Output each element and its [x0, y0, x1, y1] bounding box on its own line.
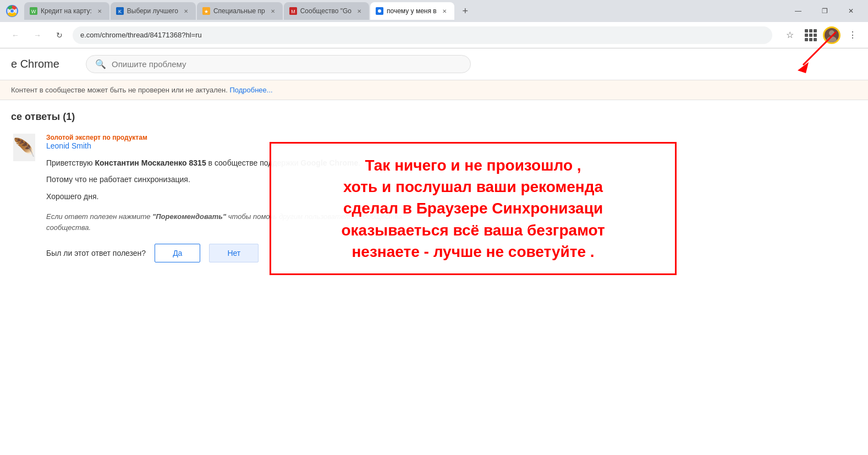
overlay-line1: Так ничего и не произошло ,: [365, 157, 581, 174]
svg-text:M: M: [291, 9, 295, 14]
address-bar: ← → ↻ e.com/chrome/thread/84171368?hl=ru…: [0, 22, 868, 48]
url-text: e.com/chrome/thread/84171368?hl=ru: [80, 31, 765, 39]
answer-avatar: 🪶: [11, 134, 37, 167]
tab-bar: W Кредит на карту: ✕ K Выбери лучшего ✕ …: [0, 0, 868, 22]
svg-text:K: K: [118, 9, 122, 14]
overlay-line4: оказываеться всё ваша безграмот: [341, 222, 605, 239]
helpful-no-button[interactable]: Нет: [209, 244, 259, 262]
tab-2-label: Выбери лучшего: [127, 7, 178, 15]
tab-4-label: Сообщество "Go: [300, 7, 351, 15]
search-icon: 🔍: [95, 59, 106, 69]
note-community: сообщества.: [46, 223, 91, 232]
note-recommend: "Порекомендовать": [152, 212, 226, 221]
tab-5-close[interactable]: ✕: [440, 7, 449, 15]
svg-text:★: ★: [204, 9, 208, 14]
search-input[interactable]: [112, 59, 462, 69]
notice-link[interactable]: Подробнее...: [229, 86, 272, 94]
note-prefix: Если ответ полезен нажмите: [46, 212, 152, 221]
browser-chrome: W Кредит на карту: ✕ K Выбери лучшего ✕ …: [0, 0, 868, 48]
svg-point-12: [378, 9, 381, 13]
overlay-line5: незнаете - лучше не советуйте .: [351, 243, 594, 260]
search-bar[interactable]: 🔍: [86, 55, 471, 73]
svg-line-15: [803, 32, 836, 65]
notice-text: Контент в сообществе может быть не прове…: [11, 86, 228, 94]
feather-decorative-icon: 🪶: [13, 137, 35, 158]
answer-greeting: Приветствую: [46, 158, 95, 167]
tab-2[interactable]: K Выбери лучшего ✕: [111, 2, 196, 20]
close-button[interactable]: ✕: [838, 2, 864, 20]
tab-4[interactable]: M Сообщество "Go ✕: [284, 2, 369, 20]
helpful-question: Был ли этот ответ полезен?: [46, 249, 146, 257]
tab-2-favicon: K: [116, 7, 124, 15]
reload-button[interactable]: ↻: [51, 26, 68, 44]
overlay-line2: хоть и послушал ваши рекоменда: [343, 178, 603, 195]
answer-username: Константин Москаленко 8315: [95, 158, 206, 167]
answers-section-title: се ответы (1): [11, 111, 857, 123]
overlay-line3: сделал в Браузере Синхронизаци: [343, 200, 603, 217]
overlay-annotation-box: Так ничего и не произошло , хоть и послу…: [270, 142, 677, 275]
url-bar[interactable]: e.com/chrome/thread/84171368?hl=ru: [73, 26, 772, 44]
site-header: e Chrome 🔍: [0, 48, 868, 80]
tab-5-favicon: [376, 7, 383, 15]
minimize-button[interactable]: —: [785, 2, 811, 20]
tab-2-close[interactable]: ✕: [182, 7, 190, 15]
tab-1[interactable]: W Кредит на карту: ✕: [24, 2, 109, 20]
tab-4-favicon: M: [289, 7, 297, 15]
maximize-button[interactable]: ❐: [812, 2, 837, 20]
tab-1-favicon: W: [30, 7, 37, 15]
browser-logo: [4, 3, 20, 19]
tab-1-label: Кредит на карту:: [41, 7, 92, 15]
answer-avatar-img: 🪶: [13, 134, 35, 161]
svg-text:W: W: [31, 9, 36, 14]
site-title: e Chrome: [11, 58, 77, 70]
expert-label: Золотой эксперт по продуктам: [46, 134, 857, 141]
back-button[interactable]: ←: [7, 26, 24, 44]
new-tab-button[interactable]: +: [458, 3, 473, 19]
notice-bar: Контент в сообществе может быть не прове…: [0, 80, 868, 100]
red-arrow-annotation: [792, 26, 842, 78]
tab-3-favicon: ★: [202, 7, 210, 15]
tab-3[interactable]: ★ Специальные пр ✕: [197, 2, 283, 20]
tab-1-close[interactable]: ✕: [95, 7, 104, 15]
tab-4-close[interactable]: ✕: [355, 7, 364, 15]
tab-3-label: Специальные пр: [213, 7, 265, 15]
tab-5[interactable]: почему у меня в ✕: [370, 2, 454, 20]
window-controls: — ❐ ✕: [785, 2, 864, 20]
helpful-yes-button[interactable]: Да: [155, 244, 200, 262]
tab-3-close[interactable]: ✕: [268, 7, 277, 15]
svg-point-2: [10, 9, 14, 13]
forward-button[interactable]: →: [29, 26, 46, 44]
more-icon[interactable]: ⋮: [844, 26, 861, 44]
overlay-text: Так ничего и не произошло , хоть и послу…: [284, 155, 662, 262]
tab-5-label: почему у меня в: [387, 7, 437, 15]
